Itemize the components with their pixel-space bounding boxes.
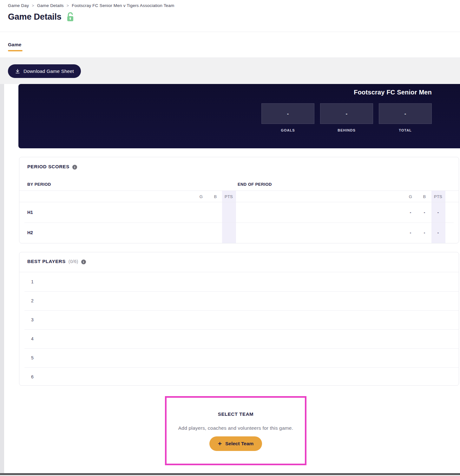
stat-goals: - GOALS: [261, 103, 314, 132]
column-header-b: B: [423, 194, 426, 199]
breadcrumb-game-day[interactable]: Game Day: [8, 3, 29, 8]
scoreboard-panel: Footscray FC Senior Men - GOALS - BEHIND…: [18, 84, 460, 148]
cell-end-pts: -: [437, 210, 439, 215]
period-table-header: G B PTS G B PTS: [19, 191, 459, 202]
breadcrumb-game-details[interactable]: Game Details: [37, 3, 64, 8]
column-header-g: G: [200, 194, 203, 199]
breadcrumb-match-name[interactable]: Footscray FC Senior Men v Tigers Associa…: [72, 3, 174, 8]
breadcrumb-separator: >: [32, 3, 34, 8]
tab-bar: Game: [0, 32, 460, 57]
download-button-label: Download Game Sheet: [23, 68, 74, 74]
info-icon[interactable]: i: [72, 165, 77, 170]
best-players-count: (0/6): [69, 259, 78, 264]
goals-label: GOALS: [281, 128, 295, 132]
end-of-period-label: END OF PERIOD: [238, 182, 272, 187]
best-player-slot-6: 6: [19, 367, 459, 386]
period-scores-title: PERIOD SCORES: [27, 164, 69, 169]
main-content: Footscray FC Senior Men - GOALS - BEHIND…: [4, 84, 460, 473]
breadcrumb-separator: >: [67, 3, 69, 8]
period-scores-table: G B PTS G B PTS H1 - - - H2 -: [19, 190, 459, 243]
best-players-title: BEST PLAYERS: [27, 259, 66, 264]
slot-number: 6: [19, 374, 34, 379]
left-gutter: [0, 84, 4, 474]
cell-end-g: -: [410, 230, 411, 235]
slot-number: 2: [19, 298, 34, 303]
select-team-description: Add players, coaches and volunteers for …: [178, 425, 293, 431]
tab-game-label: Game: [8, 42, 23, 47]
cell-end-b: -: [424, 230, 425, 235]
column-header-b: B: [214, 194, 217, 199]
total-label: TOTAL: [399, 128, 412, 132]
select-team-button[interactable]: + Select Team: [209, 436, 262, 451]
best-player-slot-3: 3: [19, 310, 459, 329]
best-player-slot-4: 4: [19, 329, 459, 348]
period-label: H1: [27, 210, 33, 215]
download-icon: [15, 68, 20, 74]
slot-number: 4: [19, 336, 34, 341]
best-players-card: BEST PLAYERS (0/6) i 1 2 3 4 5 6: [19, 252, 459, 386]
select-team-section: SELECT TEAM Add players, coaches and vol…: [165, 396, 306, 465]
lock-open-icon: [66, 12, 75, 23]
bottom-edge: [0, 473, 460, 475]
select-team-title: SELECT TEAM: [218, 411, 253, 417]
by-period-label: BY PERIOD: [27, 182, 51, 187]
behinds-value-box: -: [320, 103, 373, 124]
tab-active-underline: [8, 50, 23, 51]
period-scores-card: PERIOD SCORES i BY PERIOD END OF PERIOD …: [19, 157, 459, 243]
download-game-sheet-button[interactable]: Download Game Sheet: [8, 64, 81, 78]
period-label: H2: [27, 230, 33, 235]
goals-value-box: -: [261, 103, 314, 124]
cell-end-b: -: [424, 210, 425, 215]
behinds-label: BEHINDS: [338, 128, 356, 132]
column-header-pts: PTS: [225, 194, 233, 199]
period-row-h2: H2 - - -: [19, 222, 459, 243]
breadcrumb: Game Day > Game Details > Footscray FC S…: [8, 3, 174, 8]
cell-end-pts: -: [437, 230, 439, 235]
plus-icon: +: [218, 440, 222, 447]
best-player-slot-5: 5: [19, 348, 459, 367]
info-icon[interactable]: i: [81, 260, 86, 264]
score-stats-row: - GOALS - BEHINDS - TOTAL: [261, 103, 432, 132]
slot-number: 5: [19, 355, 34, 360]
page-title: Game Details: [8, 12, 62, 22]
best-player-slot-1: 1: [19, 272, 459, 291]
team-name: Footscray FC Senior Men: [354, 89, 432, 96]
tab-game[interactable]: Game: [8, 42, 23, 51]
stat-behinds: - BEHINDS: [320, 103, 373, 132]
slot-number: 1: [19, 279, 34, 284]
best-player-slot-2: 2: [19, 291, 459, 310]
column-header-g: G: [409, 194, 412, 199]
slot-number: 3: [19, 317, 34, 322]
select-team-button-label: Select Team: [225, 441, 253, 447]
period-row-h1: H1 - - -: [19, 202, 459, 222]
cell-end-g: -: [410, 210, 411, 215]
page-header: Game Day > Game Details > Footscray FC S…: [0, 0, 460, 32]
stat-total: - TOTAL: [379, 103, 432, 132]
total-value-box: -: [379, 103, 432, 124]
column-header-pts: PTS: [434, 194, 442, 199]
